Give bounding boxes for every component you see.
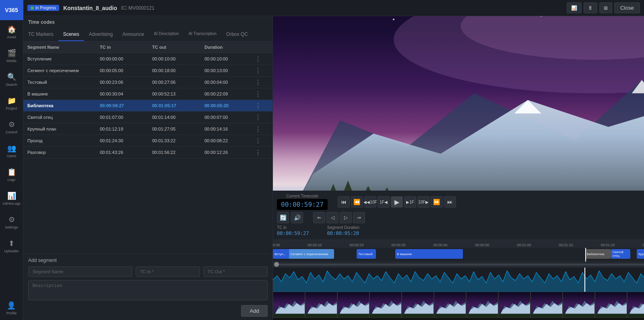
table-row[interactable]: Библиотека 00:00:59:27 00:01:05:17 00:00… [23, 100, 272, 112]
audio-btn[interactable]: 🎚 [584, 2, 597, 13]
sidebar-item-search[interactable]: 🔍 Search [0, 68, 23, 91]
table-row[interactable]: Святой отец 00:01:07:00 00:01:14:00 00:0… [23, 112, 272, 123]
row-more-btn[interactable]: ⋮ [253, 88, 265, 100]
sidebar-item-uploader[interactable]: ⬆ Uploader [0, 234, 23, 258]
table-row[interactable]: Проход 00:01:24:30 00:01:33:22 00:00:08:… [23, 135, 272, 147]
row-more-btn[interactable]: ⋮ [253, 53, 265, 64]
mark-out-btn[interactable]: ⇒ [353, 212, 365, 223]
segment-name-input[interactable] [28, 266, 132, 277]
goto-end-btn[interactable]: ⏭ [444, 196, 456, 208]
timeline-seg-biblioteca[interactable]: Библиотека [585, 249, 611, 259]
tab-tc-markers[interactable]: TC Markers [23, 28, 58, 41]
transport-row-2: 🔄 🔊 ⇐ ◁ ▷ ⇒ CC ≡ ↩ [277, 212, 644, 223]
cell-name: Проход [23, 135, 96, 146]
row-more-btn[interactable]: ⋮ [253, 100, 265, 111]
cell-name: Разговор [23, 147, 96, 158]
tab-ai-description[interactable]: AI Description [149, 28, 184, 41]
tabs: TC Markers Scenes Advertising Announce A… [23, 28, 272, 42]
timeline-scrubber[interactable] [273, 262, 644, 268]
thumbnail[interactable] [530, 292, 563, 318]
sidebar-item-project[interactable]: 📁 Project [0, 91, 23, 115]
timeline-seg-testovy[interactable]: Тестовый [357, 249, 376, 259]
row-more-btn[interactable]: ⋮ [253, 123, 265, 135]
sidebar-item-asset[interactable]: 🏠 Asset [0, 20, 23, 44]
thumbnail[interactable] [402, 292, 434, 318]
grid-btn[interactable]: ⊞ [599, 2, 612, 13]
set-in-btn[interactable]: ◁ [326, 212, 339, 223]
thumbnail[interactable] [273, 292, 305, 318]
set-out-btn[interactable]: ▷ [340, 212, 352, 223]
cell-tc-in: 00:00:30:04 [96, 88, 148, 100]
sidebar-item-control[interactable]: ⚙ Control [0, 115, 23, 139]
timeline-seg-segment[interactable]: Сегмент с пересечением [289, 249, 334, 259]
sidebar-item-adminlogs[interactable]: 📊 AdminLogs [0, 187, 23, 210]
tab-advertising[interactable]: Advertising [84, 28, 118, 41]
row-more-btn[interactable]: ⋮ [253, 147, 265, 158]
goto-start-btn[interactable]: ⏮ [338, 196, 350, 208]
row-more-btn[interactable]: ⋮ [253, 135, 265, 146]
scrubber-left[interactable] [274, 262, 279, 267]
step-fwd-10-btn[interactable]: 10F▶ [417, 196, 429, 208]
audio-toggle-btn[interactable]: 🔊 [291, 212, 303, 223]
row-more-btn[interactable]: ⋮ [253, 112, 265, 123]
tab-scenes[interactable]: Scenes [58, 28, 84, 41]
mark-in-btn[interactable]: ⇐ [313, 212, 325, 223]
table-row[interactable]: Крупный план 00:01:12:19 00:01:27:05 00:… [23, 123, 272, 135]
add-segment-button[interactable]: Add [241, 305, 268, 317]
fast-fwd-btn[interactable]: ⏩ [431, 196, 443, 208]
chart-btn[interactable]: 📊 [567, 2, 582, 13]
table-row[interactable]: Сегмент с пересечением 00:00:05:00 00:00… [23, 65, 272, 77]
table-row[interactable]: Вступление 00:00:00:00 00:00:10:00 00:00… [23, 53, 272, 65]
cell-duration: 00:00:14:16 [200, 123, 253, 135]
sidebar-item-settings[interactable]: ⚙ Settings [0, 210, 23, 234]
table-row[interactable]: Разговор 00:01:43:26 00:01:56:22 00:00:1… [23, 147, 272, 158]
timeline-seg-krupny[interactable]: Крупный план [637, 249, 644, 259]
thumbnail[interactable] [369, 292, 402, 318]
sidebar-label-adminlogs: AdminLogs [2, 202, 21, 206]
thumbnail[interactable] [627, 292, 644, 318]
tc-out-input[interactable] [203, 266, 268, 277]
table-row[interactable]: В машине 00:00:30:04 00:00:52:13 00:00:2… [23, 88, 272, 100]
sidebar-label-control: Control [6, 130, 17, 134]
project-icon: 📁 [7, 96, 16, 105]
svg-rect-73 [531, 314, 562, 318]
thumbnail[interactable] [337, 292, 369, 318]
tab-orbox-qc[interactable]: Orbox QC [221, 28, 253, 41]
cell-tc-in: 00:00:00:00 [96, 53, 148, 64]
tc-in-input[interactable] [136, 266, 200, 277]
thumbnail[interactable] [595, 292, 627, 318]
segment-duration-display: Segment Duration 00:00:05:20 [327, 225, 359, 236]
cell-tc-in: 00:00:59:27 [96, 100, 148, 111]
tab-ai-transcription[interactable]: AI Transcription [184, 28, 221, 41]
rewind-btn[interactable]: ⏪ [351, 196, 363, 208]
timeline-seg-vmachine[interactable]: В машине [395, 249, 463, 259]
row-more-btn[interactable]: ⋮ [253, 77, 265, 88]
sidebar-item-profile[interactable]: 👤 Profile [6, 296, 17, 320]
loop-btn[interactable]: 🔄 [277, 212, 289, 223]
close-button[interactable]: Close [614, 2, 640, 13]
tab-announce[interactable]: Announce [118, 28, 149, 41]
thumbnail[interactable] [466, 292, 498, 318]
thumbnail[interactable] [434, 292, 466, 318]
control-icon: ⚙ [8, 120, 15, 129]
step-back-1-btn[interactable]: 1F◀ [378, 196, 390, 208]
table-row[interactable]: Тестовый 00:00:23:06 00:00:27:06 00:00:0… [23, 77, 272, 88]
sidebar-item-users[interactable]: 👥 Users [0, 139, 23, 163]
thumbnail[interactable] [563, 292, 595, 318]
description-input[interactable] [28, 280, 268, 300]
thumbnail[interactable] [498, 292, 530, 318]
play-btn[interactable]: ▶ [391, 196, 403, 208]
sidebar-item-media[interactable]: 🎬 Media [0, 44, 23, 68]
cell-duration: 00:00:07:00 [200, 112, 253, 123]
step-back-10-btn[interactable]: ◀◀10F [364, 196, 376, 208]
timeline-seg-svyatoi[interactable]: Святой отец [611, 249, 630, 259]
sidebar-item-logs[interactable]: 📋 Logs [0, 163, 23, 187]
cell-name: Тестовый [23, 77, 96, 88]
svg-point-1 [122, 7, 124, 8]
waveform-area: // We'll just draw static rects for wave… [273, 268, 644, 292]
col-header-duration: Duration [200, 42, 253, 53]
row-more-btn[interactable]: ⋮ [253, 65, 265, 76]
thumbnail[interactable] [305, 292, 337, 318]
cell-tc-out: 00:00:27:06 [148, 77, 200, 88]
step-fwd-1-btn[interactable]: ▶1F [404, 196, 416, 208]
